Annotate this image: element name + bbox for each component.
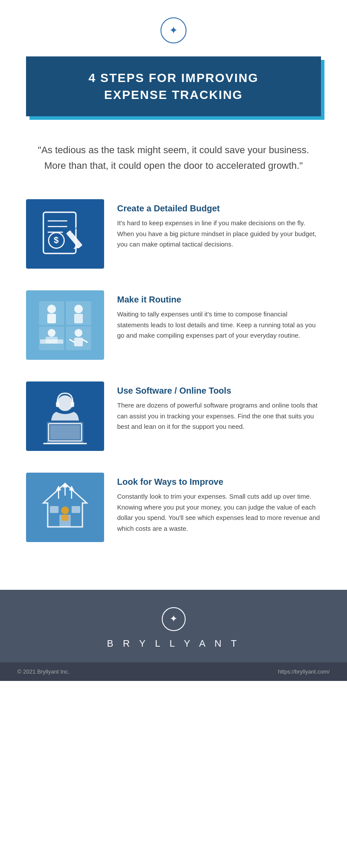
step-image-2	[26, 290, 104, 360]
page-title: 4 STEPS FOR IMPROVING EXPENSE TRACKING	[43, 69, 304, 103]
step-image-3	[26, 381, 104, 451]
step-title-4: Look for Ways to Improve	[117, 477, 321, 487]
step-text-2: Waiting to tally expenses until it's tim…	[117, 309, 321, 341]
step-item-3: Use Software / Online Tools There are do…	[26, 381, 321, 451]
svg-rect-21	[74, 338, 83, 346]
step-text-1: It's hard to keep expenses in line if yo…	[117, 218, 321, 250]
svg-rect-26	[71, 402, 74, 407]
svg-point-24	[57, 395, 73, 411]
header-logo-icon: ✦	[169, 24, 178, 36]
quote-text: "As tedious as the task might seem, it c…	[35, 142, 312, 173]
svg-rect-11	[47, 314, 56, 323]
step-title-1: Create a Detailed Budget	[117, 204, 321, 214]
step-title-3: Use Software / Online Tools	[117, 386, 321, 396]
header-logo-area: ✦	[0, 0, 347, 56]
svg-rect-25	[56, 402, 59, 407]
step-content-3: Use Software / Online Tools There are do…	[117, 381, 321, 432]
step-image-4	[26, 473, 104, 542]
svg-point-10	[47, 305, 56, 313]
svg-point-16	[48, 329, 56, 337]
step-text-3: There are dozens of powerful software pr…	[117, 400, 321, 432]
step-item-4: Look for Ways to Improve Constantly look…	[26, 473, 321, 542]
svg-rect-42	[62, 515, 69, 521]
svg-rect-14	[74, 314, 83, 323]
svg-point-20	[75, 329, 82, 337]
svg-rect-30	[50, 425, 80, 439]
step-image-1: $	[26, 199, 104, 269]
svg-rect-18	[46, 337, 58, 343]
svg-text:$: $	[54, 235, 59, 245]
step-title-2: Make it Routine	[117, 295, 321, 305]
footer-bottom: © 2021 Bryllyant Inc. https://bryllyant.…	[0, 662, 347, 681]
step-content-4: Look for Ways to Improve Constantly look…	[117, 473, 321, 534]
footer-brand-name: B R Y L L Y A N T	[0, 638, 347, 649]
footer-logo-circle: ✦	[162, 607, 186, 631]
copyright-text: © 2021 Bryllyant Inc.	[17, 668, 69, 675]
footer-brand: ✦ B R Y L L Y A N T	[0, 590, 347, 662]
header-logo-circle: ✦	[160, 17, 187, 43]
step-item-1: $ Create a Detailed Budget It's hard to …	[26, 199, 321, 269]
step-text-4: Constantly look to trim your expenses. S…	[117, 491, 321, 534]
step-content-2: Make it Routine Waiting to tally expense…	[117, 290, 321, 341]
svg-rect-33	[50, 506, 59, 513]
footer-logo-icon: ✦	[170, 613, 177, 625]
steps-container: $ Create a Detailed Budget It's hard to …	[0, 191, 347, 572]
quote-section: "As tedious as the task might seem, it c…	[0, 116, 347, 190]
footer-url: https://bryllyant.com/	[278, 668, 330, 675]
svg-point-41	[61, 506, 69, 514]
svg-rect-34	[72, 506, 80, 513]
step-content-1: Create a Detailed Budget It's hard to ke…	[117, 199, 321, 250]
svg-rect-6	[66, 230, 82, 248]
title-banner: 4 STEPS FOR IMPROVING EXPENSE TRACKING	[26, 56, 321, 116]
svg-point-13	[74, 305, 83, 313]
step-item-2: Make it Routine Waiting to tally expense…	[26, 290, 321, 360]
